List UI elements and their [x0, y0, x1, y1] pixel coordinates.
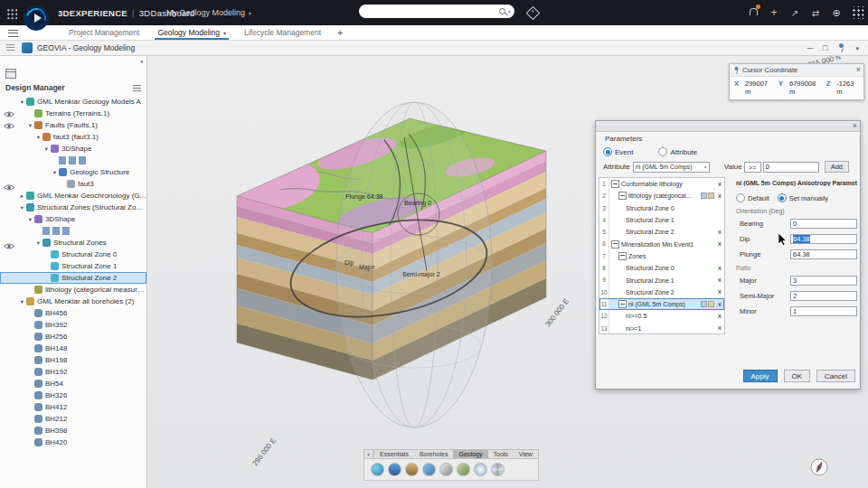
action-bar-tab[interactable]: Essentials	[374, 450, 414, 458]
apps-waffle-icon[interactable]	[6, 8, 17, 19]
view-compass-widget[interactable]	[811, 459, 827, 475]
tree-item[interactable]: BH456	[0, 307, 146, 319]
ok-button[interactable]: OK	[784, 370, 811, 382]
event-row[interactable]: 9 Structural Zone 1	[599, 274, 724, 286]
3ds-compass-logo-icon[interactable]	[24, 5, 49, 31]
event-row[interactable]: 2 lithology (categorical...	[599, 190, 724, 202]
tree-item[interactable]: BH420	[0, 436, 146, 448]
panel-menu-icon[interactable]	[133, 85, 141, 91]
delete-row-icon[interactable]	[715, 312, 724, 321]
operator-select[interactable]: >=	[744, 162, 761, 173]
event-row[interactable]: 7 Zones	[599, 250, 724, 262]
expand-toggle-icon[interactable]	[611, 240, 619, 249]
event-row[interactable]: 1 Conformable lithology	[599, 178, 724, 190]
cursor-panel-header[interactable]: Cursor Coordinate	[730, 64, 863, 77]
block-display-tool-icon[interactable]	[422, 463, 436, 476]
transfer-icon[interactable]	[809, 6, 822, 19]
panel-window-icon[interactable]	[5, 69, 16, 79]
event-radio[interactable]: Event	[603, 147, 633, 156]
action-bar-tab[interactable]: Geology	[453, 450, 487, 458]
event-row[interactable]: 13 ni>=1	[599, 323, 724, 334]
desurvey-tool-icon[interactable]	[405, 463, 419, 476]
tree-item[interactable]: BH212	[0, 413, 146, 425]
delete-row-icon[interactable]	[715, 300, 724, 309]
add-tab-button[interactable]: +	[330, 27, 350, 38]
expand-toggle-icon[interactable]	[611, 180, 619, 188]
dashboard-tab[interactable]: Project Management	[60, 25, 148, 40]
expand-toggle-icon[interactable]	[618, 252, 627, 260]
tag-icon[interactable]	[526, 6, 541, 21]
close-parameters-icon[interactable]	[853, 122, 857, 130]
tree-item[interactable]: BH412	[0, 401, 146, 413]
tree-expand-icon[interactable]	[42, 145, 51, 153]
tree-item[interactable]: BH198	[0, 354, 146, 366]
app-list-icon[interactable]	[6, 44, 14, 52]
tree-item[interactable]: 3DShape	[0, 143, 146, 155]
tree-expand-icon[interactable]	[34, 239, 42, 247]
add-icon[interactable]	[768, 6, 780, 19]
visibility-eye-icon[interactable]	[4, 106, 14, 114]
tree-item[interactable]: BH192	[0, 366, 146, 378]
tree-expand-icon[interactable]	[18, 204, 26, 211]
visibility-tool-icon[interactable]	[474, 463, 487, 476]
delete-row-icon[interactable]	[715, 324, 724, 333]
field-input[interactable]: 3	[790, 276, 857, 286]
restore-icon[interactable]	[823, 43, 827, 52]
event-row[interactable]: 10 Structural Zone 2	[599, 286, 724, 298]
row-action-icons[interactable]	[701, 301, 714, 307]
tree-expand-icon[interactable]	[34, 134, 42, 141]
compass-tool-icon[interactable]	[491, 463, 505, 476]
tree-item[interactable]	[0, 225, 146, 237]
tree-item[interactable]: faut3	[0, 178, 146, 190]
tree-item[interactable]: Structural Zone 1	[0, 260, 146, 272]
dashboard-tab[interactable]: Geology Modeling	[148, 25, 235, 40]
tree-item[interactable]: BH398	[0, 425, 146, 436]
tree-item[interactable]: Structural Zone 0	[0, 249, 146, 260]
tree-expand-icon[interactable]	[18, 298, 26, 305]
tree-item[interactable]: BH54	[0, 378, 146, 389]
event-row[interactable]: 5 Structural Zone 2	[599, 226, 724, 238]
navigation-cube-tool-icon[interactable]	[371, 463, 384, 476]
tree-item[interactable]: GML Menkar Geochronology (G...	[0, 190, 146, 202]
set-manually-radio[interactable]: Set manually	[778, 193, 828, 202]
event-row[interactable]: 6 Mineralization Min Event1	[599, 238, 724, 249]
globe-icon[interactable]	[830, 6, 843, 19]
add-button[interactable]: Add	[825, 161, 849, 173]
field-input[interactable]: 64.38	[790, 249, 857, 259]
tree-item[interactable]: BH148	[0, 343, 146, 354]
tree-item[interactable]: lithology (categorical measureme...	[0, 284, 146, 296]
tree-item[interactable]: 3DShape	[0, 213, 146, 225]
tree-item[interactable]: BH256	[0, 331, 146, 343]
sketch-tool-icon[interactable]	[439, 463, 453, 476]
measure-tool-icon[interactable]	[457, 463, 470, 476]
delete-row-icon[interactable]	[715, 228, 724, 237]
tree-item[interactable]: Structural Zones (Structural Zone...	[0, 202, 146, 213]
cancel-button[interactable]: Cancel	[816, 370, 855, 382]
tree-item[interactable]: Geologic Structure	[0, 166, 146, 178]
delete-row-icon[interactable]	[715, 276, 724, 285]
panel-collapse-icon[interactable]: ◂	[139, 58, 143, 65]
delete-row-icon[interactable]	[715, 180, 724, 189]
tree-item[interactable]: BH326	[0, 389, 146, 401]
event-row[interactable]: 8 Structural Zone 0	[599, 262, 724, 274]
tree-item[interactable]: Structural Zones	[0, 237, 146, 249]
share-icon[interactable]	[788, 6, 801, 19]
tree-expand-icon[interactable]	[51, 169, 59, 176]
dashboard-tab[interactable]: Lifecycle Management	[235, 25, 330, 40]
expand-toggle-icon[interactable]	[618, 300, 627, 308]
delete-row-icon[interactable]	[715, 287, 724, 296]
action-bar-tab[interactable]: Boreholes	[414, 450, 454, 458]
field-input[interactable]: 2	[790, 291, 857, 301]
delete-row-icon[interactable]	[715, 239, 724, 249]
tree-item[interactable]: BH392	[0, 319, 146, 331]
close-icon[interactable]	[856, 66, 861, 74]
notifications-bell-icon[interactable]	[747, 6, 760, 19]
attribute-radio[interactable]: Attribute	[658, 147, 697, 156]
action-bar-tab[interactable]: Tools	[488, 450, 514, 458]
tree-expand-icon[interactable]	[18, 99, 26, 106]
tree-expand-icon[interactable]	[26, 216, 34, 223]
tree-item[interactable]: Terrains (Terrains.1)	[0, 108, 146, 119]
visibility-eye-icon[interactable]	[4, 179, 14, 187]
default-radio[interactable]: Default	[736, 193, 769, 202]
tab-chevron-icon[interactable]	[220, 28, 226, 37]
